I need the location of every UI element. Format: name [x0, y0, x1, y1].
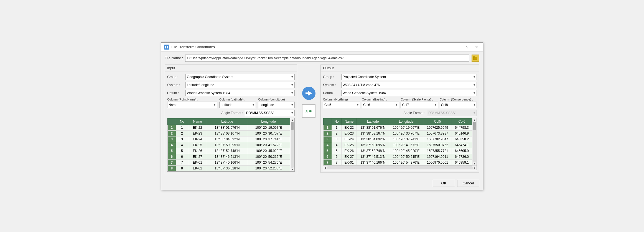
- output-cell: EK-23: [342, 130, 357, 136]
- svg-rect-2: [165, 47, 166, 48]
- output-header-col6: Col6: [452, 118, 472, 125]
- ok-button[interactable]: OK: [433, 180, 455, 187]
- output-cell: 1: [332, 125, 341, 130]
- output-cell: 13° 38' 03.167"N: [357, 130, 389, 136]
- input-scrollbar-thumb: [291, 122, 294, 130]
- input-cell: EK-02: [188, 165, 207, 171]
- output-col-scale-select[interactable]: Col7: [401, 102, 438, 108]
- output-table: No Name Latitude Longitude Col5 Col6: [323, 118, 472, 166]
- output-group-row: Group : Projected Coordinate System ▼: [323, 74, 477, 80]
- input-cell: EK-22: [188, 125, 207, 130]
- output-cell: 5: [332, 148, 341, 154]
- output-cell: 100° 20' 19.097"E: [389, 125, 423, 130]
- output-cell: 1506970.5501: [423, 159, 452, 165]
- panels-container: Input Group : Geographic Coordinate Syst…: [165, 65, 479, 174]
- output-row-num: 6: [323, 154, 332, 159]
- svg-rect-1: [167, 46, 168, 47]
- input-scroll-up[interactable]: ▲: [291, 119, 293, 121]
- svg-rect-5: [473, 56, 475, 58]
- input-table-scroll[interactable]: No Name Latitude Longitude 11EK-2213° 38…: [167, 118, 290, 171]
- output-cell: 4: [332, 142, 341, 148]
- input-cell: 7: [176, 159, 188, 165]
- transform-button[interactable]: [302, 87, 315, 100]
- output-h-scrollbar: ◀ ▶: [323, 166, 477, 170]
- export-excel-button[interactable]: X: [302, 104, 315, 118]
- input-cell: EK-23: [188, 130, 207, 136]
- output-cell: 644798.3: [452, 125, 472, 130]
- output-cell: 100° 20' 50.215"E: [389, 154, 423, 159]
- input-col-lon-select[interactable]: Longitude: [258, 102, 295, 108]
- col-lon-label: Column (Longitude) :: [258, 98, 295, 101]
- output-cell: EK-01: [342, 159, 357, 165]
- input-table-header-row: No Name Latitude Longitude: [168, 118, 290, 125]
- input-row-num: 4: [168, 142, 176, 148]
- file-input[interactable]: [185, 55, 469, 62]
- output-datum-row: Datum : World Geodetic System 1984 ▼: [323, 90, 477, 96]
- output-table-row: 55EK-2613° 37' 52.748"N100° 20' 45.920"E…: [323, 148, 472, 154]
- output-cell: 1507702.9847: [423, 136, 452, 142]
- input-col-lat-select[interactable]: Latitude: [219, 102, 256, 108]
- output-cell: 1507673.3937: [423, 130, 452, 136]
- input-row-num: 5: [168, 148, 176, 154]
- input-system-row: System : Latitude/Longitude ▼: [167, 82, 295, 88]
- input-angle-row: Angle Format : DD°MM'SS.SSSS" ▼: [167, 110, 295, 116]
- browse-button[interactable]: [472, 55, 479, 62]
- input-col-point-select[interactable]: Name: [167, 102, 217, 108]
- input-cell: 13° 37' 40.166"N: [207, 159, 247, 165]
- output-cell: EK-27: [342, 154, 357, 159]
- output-system-select[interactable]: WGS 84 / UTM zone 47N: [341, 82, 477, 88]
- input-cell: 3: [176, 136, 188, 142]
- output-table-row: 44EK-2513° 37' 59.095"N100° 20' 41.572"E…: [323, 142, 472, 148]
- output-angle-select[interactable]: DD°MM'SS.SSSS": [427, 110, 477, 116]
- input-datum-select[interactable]: World Geodetic System 1984: [185, 90, 295, 96]
- input-row-num: 6: [168, 154, 176, 159]
- output-cell: 645605.9: [452, 148, 472, 154]
- output-group-select[interactable]: Projected Coordinate System: [341, 74, 477, 80]
- input-group-select[interactable]: Geographic Coordinate System: [185, 74, 295, 80]
- input-table-row: 88EK-0213° 37' 36.628"N100° 20' 52.235"E: [168, 165, 290, 171]
- cancel-button[interactable]: Cancel: [457, 180, 479, 187]
- input-cell: 5: [176, 148, 188, 154]
- input-panel-header: Input: [165, 65, 297, 71]
- window-title: File Transform Coordinates: [171, 45, 215, 49]
- input-scroll-down[interactable]: ▼: [291, 168, 293, 171]
- output-cell: 13° 37' 52.748"N: [357, 148, 389, 154]
- input-table-row: 55EK-2613° 37' 52.748"N100° 20' 45.920"E: [168, 148, 290, 154]
- output-cell: 13° 37' 46.513"N: [357, 154, 389, 159]
- output-table-header-row: No Name Latitude Longitude Col5 Col6: [323, 118, 472, 125]
- input-angle-select[interactable]: DD°MM'SS.SSSS": [245, 110, 295, 116]
- input-cell: 8: [176, 165, 188, 171]
- col-convergence-label: Column (Convergence) :: [440, 98, 477, 101]
- output-h-scroll-left[interactable]: ◀: [323, 167, 327, 169]
- output-col-easting-select[interactable]: Col6: [362, 102, 399, 108]
- output-row-num: 1: [323, 125, 332, 130]
- output-table-scroll[interactable]: No Name Latitude Longitude Col5 Col6: [323, 118, 472, 166]
- close-button[interactable]: ✕: [473, 44, 480, 50]
- output-header-lon: Longitude: [389, 118, 423, 125]
- output-scroll-down[interactable]: ▼: [474, 163, 476, 165]
- output-header-col5: Col5: [423, 118, 452, 125]
- output-scroll-up[interactable]: ▲: [474, 119, 476, 121]
- output-cell: 6: [332, 154, 341, 159]
- output-row-num: 7: [323, 159, 332, 165]
- output-h-scroll-right[interactable]: ▶: [473, 167, 477, 169]
- input-cell: 2: [176, 130, 188, 136]
- col-scale-label: Column (Scale Factor) :: [401, 98, 438, 101]
- output-col-northing-select[interactable]: Col5: [323, 102, 360, 108]
- output-cell: 13° 38' 04.092"N: [357, 136, 389, 142]
- input-table-row: 66EK-2713° 37' 46.513"N100° 20' 50.215"E: [168, 154, 290, 159]
- input-cell: 13° 37' 46.513"N: [207, 154, 247, 159]
- output-datum-select[interactable]: World Geodetic System 1984: [341, 90, 477, 96]
- input-cell: EK-25: [188, 142, 207, 148]
- output-cell: EK-26: [342, 148, 357, 154]
- help-button[interactable]: ?: [464, 44, 470, 50]
- output-col-convergence-select[interactable]: Col8: [440, 102, 477, 108]
- output-system-row: System : WGS 84 / UTM zone 47N ▼: [323, 82, 477, 88]
- input-system-select[interactable]: Latitude/Longitude: [185, 82, 295, 88]
- output-col-labels: Column (Northing) : Column (Easting) : C…: [323, 98, 477, 101]
- input-row-num: 1: [168, 125, 176, 130]
- input-header-name: Name: [188, 118, 207, 125]
- input-cell: EK-27: [188, 154, 207, 159]
- input-group-label: Group :: [167, 75, 184, 79]
- output-table-row: 66EK-2713° 37' 46.513"N100° 20' 50.215"E…: [323, 154, 472, 159]
